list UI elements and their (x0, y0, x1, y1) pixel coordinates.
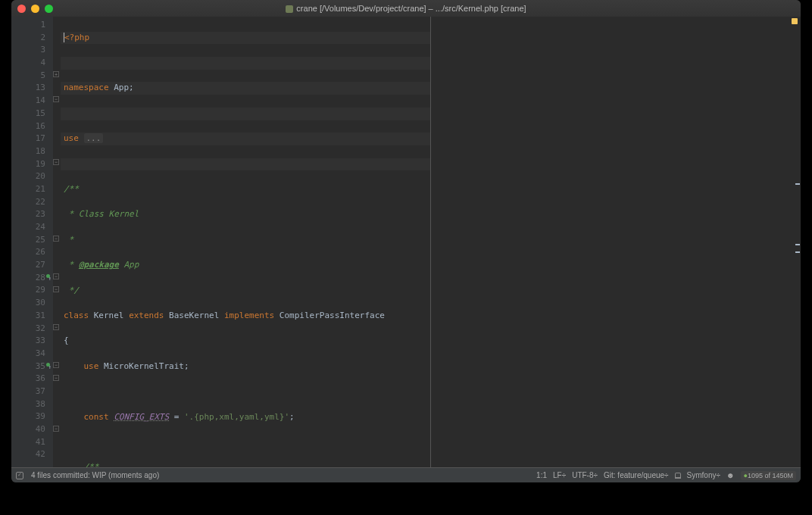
encoding[interactable]: UTF-8 ÷ (572, 471, 598, 479)
window-controls (17, 5, 53, 13)
framework[interactable]: Symfony ÷ (687, 471, 720, 479)
code-line[interactable]: use MicroKernelTrait; (61, 360, 430, 373)
project-icon (286, 5, 293, 13)
line-number[interactable]: 36 (11, 373, 45, 385)
gutter[interactable]: 1 2 3 4 5 13 14 15 16 17 18 19 20 21 22 … (11, 17, 53, 467)
code-line[interactable] (61, 436, 430, 449)
code-line[interactable]: * (61, 234, 430, 247)
fold-toggle[interactable]: − (53, 273, 59, 279)
line-number[interactable]: 13 (11, 82, 45, 95)
line-number[interactable]: 34 (11, 348, 45, 360)
hector-icon[interactable]: ☻ (726, 471, 735, 479)
lock-icon[interactable] (675, 473, 681, 479)
status-bar: 4 files committed: WIP (moments ago) 1:1… (11, 467, 801, 482)
line-number[interactable]: 30 (11, 297, 45, 310)
code-line[interactable]: * Class Kernel (61, 208, 430, 221)
fold-toggle[interactable]: − (53, 236, 59, 242)
editor[interactable]: 1 2 3 4 5 13 14 15 16 17 18 19 20 21 22 … (11, 17, 801, 467)
up-arrow-icon: ↑ (48, 361, 52, 374)
line-number[interactable]: 42 (11, 448, 45, 461)
code-line[interactable]: */ (61, 285, 430, 298)
line-number[interactable]: 21 (11, 183, 45, 196)
titlebar[interactable]: crane [/Volumes/Dev/project/crane] – ...… (11, 0, 801, 17)
line-number[interactable]: 1 (11, 19, 45, 32)
line-number[interactable]: 19 (11, 158, 45, 171)
code-area[interactable]: <?php namespace App; use ... /** * Class… (61, 17, 431, 467)
up-arrow-icon: ↑ (48, 273, 52, 286)
line-number[interactable]: 35↑ (11, 360, 45, 373)
folded-region[interactable]: ... (84, 133, 104, 143)
git-branch[interactable]: Git: feature/queue ÷ (604, 471, 669, 479)
line-number[interactable]: 14 (11, 95, 45, 108)
fold-toggle[interactable]: − (53, 426, 59, 432)
fold-column[interactable]: + − − − − − − − − − (53, 17, 61, 467)
code-line[interactable]: /** (61, 461, 430, 467)
code-line[interactable]: { (61, 335, 430, 348)
code-line[interactable]: <?php (61, 32, 430, 45)
line-number[interactable]: 41 (11, 436, 45, 449)
code-line[interactable]: namespace App; (61, 82, 430, 95)
line-separator[interactable]: LF ÷ (553, 471, 566, 479)
line-number[interactable]: 23 (11, 208, 45, 221)
fold-toggle[interactable]: − (53, 362, 59, 368)
vcs-status[interactable]: 4 files committed: WIP (moments ago) (31, 471, 159, 479)
line-number[interactable]: 40 (11, 423, 45, 436)
error-stripe-mark[interactable] (795, 251, 800, 253)
error-stripe-mark[interactable] (795, 183, 800, 185)
line-number[interactable]: 33 (11, 335, 45, 348)
code-line[interactable] (61, 57, 430, 70)
line-number[interactable]: 5 (11, 70, 45, 83)
fold-toggle[interactable]: − (53, 286, 59, 292)
line-number[interactable]: 3 (11, 44, 45, 57)
line-number[interactable]: 32 (11, 323, 45, 336)
line-number[interactable]: 22 (11, 196, 45, 209)
code-line[interactable]: const CONFIG_EXTS = '.{php,xml,yaml,yml}… (61, 411, 430, 424)
code-line[interactable]: * @package App (61, 259, 430, 272)
ide-window: crane [/Volumes/Dev/project/crane] – ...… (11, 0, 801, 482)
code-line[interactable] (61, 158, 430, 171)
close-icon[interactable] (17, 5, 26, 13)
vcs-icon[interactable] (16, 472, 23, 479)
fold-toggle[interactable]: − (53, 159, 59, 165)
line-number[interactable]: 2 (11, 32, 45, 45)
fold-toggle[interactable]: − (53, 375, 59, 381)
line-number[interactable]: 28↑ (11, 272, 45, 285)
maximize-icon[interactable] (45, 5, 53, 13)
memory-indicator[interactable]: ● 1095 of 1450M (741, 471, 796, 480)
line-number[interactable]: 29 (11, 284, 45, 297)
code-line[interactable] (61, 385, 430, 398)
fold-toggle[interactable]: + (53, 71, 59, 77)
error-stripe-mark[interactable] (795, 244, 800, 245)
line-number[interactable]: 27 (11, 259, 45, 272)
line-number[interactable]: 15 (11, 108, 45, 120)
fold-toggle[interactable]: − (53, 324, 59, 330)
line-number[interactable]: 25 (11, 234, 45, 247)
line-number[interactable]: 39 (11, 410, 45, 423)
caret-position[interactable]: 1:1 (536, 471, 547, 479)
line-number[interactable]: 4 (11, 57, 45, 70)
marker-strip[interactable] (793, 17, 801, 467)
code-line[interactable]: /** (61, 183, 430, 196)
minimize-icon[interactable] (31, 5, 39, 13)
line-number[interactable]: 17 (11, 133, 45, 145)
code-line[interactable]: class Kernel extends BaseKernel implemen… (61, 310, 430, 323)
line-number[interactable]: 37 (11, 385, 45, 398)
line-number[interactable]: 18 (11, 145, 45, 158)
split-pane-empty[interactable] (431, 17, 801, 467)
line-number[interactable]: 16 (11, 120, 45, 133)
line-number[interactable]: 31 (11, 310, 45, 323)
window-title: crane [/Volumes/Dev/project/crane] – ...… (11, 4, 801, 13)
line-number[interactable]: 26 (11, 246, 45, 259)
line-number[interactable]: 24 (11, 221, 45, 234)
fold-toggle[interactable]: − (53, 96, 59, 102)
code-line[interactable] (61, 108, 430, 120)
line-number[interactable]: 38 (11, 398, 45, 411)
line-number[interactable]: 20 (11, 170, 45, 183)
code-line[interactable]: use ... (61, 133, 430, 145)
